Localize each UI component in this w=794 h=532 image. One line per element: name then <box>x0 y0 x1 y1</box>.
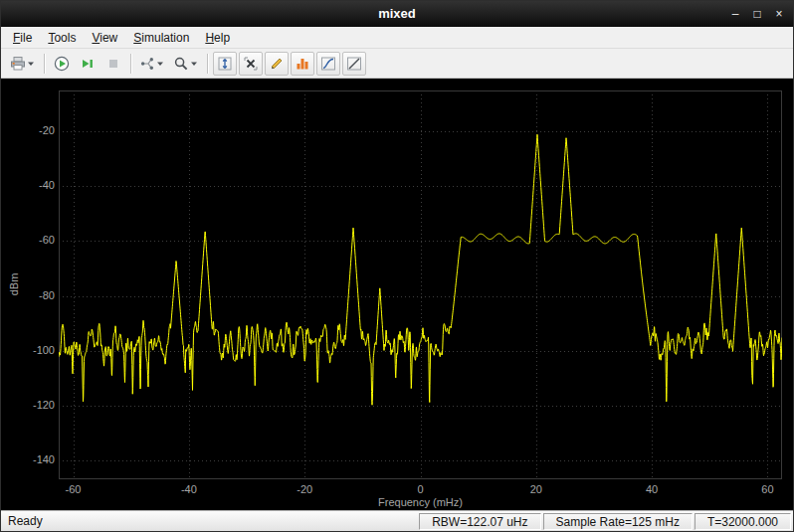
time-indicator: T=32000.000 <box>695 513 791 530</box>
y-tick-label: -100 <box>17 344 55 357</box>
menu-view[interactable]: View <box>84 29 125 47</box>
simulation-source-button[interactable] <box>136 52 168 76</box>
minimize-button[interactable]: – <box>725 5 745 23</box>
titlebar[interactable]: mixed – □ × <box>1 1 793 27</box>
x-tick-label: 0 <box>417 483 423 496</box>
x-tick-label: 20 <box>530 483 542 496</box>
signal-flow-icon <box>139 56 155 72</box>
menu-tools[interactable]: Tools <box>40 29 84 47</box>
menu-file[interactable]: File <box>5 29 40 47</box>
zoom-icon <box>173 56 189 72</box>
rbw-indicator: RBW=122.07 uHz <box>419 513 540 530</box>
printer-icon <box>10 56 26 72</box>
stop-button[interactable] <box>101 52 125 76</box>
spectrum-analyzer-window: mixed – □ × FileToolsViewSimulationHelp … <box>0 0 794 532</box>
toolbar <box>1 49 793 79</box>
x-tick-label: 40 <box>646 483 658 496</box>
run-icon <box>54 56 70 72</box>
distortion-icon <box>295 56 310 72</box>
step-forward-icon <box>80 56 96 72</box>
toolbar-separator <box>44 54 45 74</box>
y-tick-label: -120 <box>17 399 55 412</box>
x-tick-label: 60 <box>761 483 773 496</box>
ccdf-icon <box>320 56 336 72</box>
spectrum-plot-canvas[interactable] <box>59 90 782 479</box>
stop-icon <box>105 56 121 72</box>
cursor-measurements-button[interactable] <box>239 52 263 76</box>
x-axis-label: Frequency (mHz) <box>59 496 782 508</box>
caret-down-icon <box>190 60 199 68</box>
statusbar: Ready RBW=122.07 uHz Sample Rate=125 mHz… <box>1 510 793 531</box>
toolbar-separator <box>207 54 208 74</box>
menubar: FileToolsViewSimulationHelp <box>1 27 793 49</box>
autoscale-icon <box>217 56 233 72</box>
caret-down-icon <box>27 60 36 68</box>
y-tick-label: -140 <box>17 453 55 466</box>
peak-finder-button[interactable] <box>265 52 289 76</box>
plot-region: dBm Frequency (mHz) -60-40-200204060-20-… <box>1 79 793 510</box>
spectral-mask-icon <box>346 56 362 72</box>
status-text: Ready <box>8 514 43 528</box>
print-button[interactable] <box>7 52 39 76</box>
close-button[interactable]: × <box>769 5 789 23</box>
spectral-mask-button[interactable] <box>342 52 366 76</box>
window-controls: – □ × <box>725 1 789 27</box>
peak-finder-icon <box>269 56 285 72</box>
ccdf-measurements-button[interactable] <box>316 52 340 76</box>
x-tick-label: -40 <box>181 483 197 496</box>
autoscale-axes-button[interactable] <box>213 52 237 76</box>
y-tick-label: -20 <box>17 124 55 137</box>
y-tick-label: -40 <box>17 179 55 192</box>
caret-down-icon <box>156 60 165 68</box>
maximize-button[interactable]: □ <box>747 5 767 23</box>
zoom-button[interactable] <box>170 52 202 76</box>
run-button[interactable] <box>50 52 74 76</box>
sample-rate-indicator: Sample Rate=125 mHz <box>543 513 693 530</box>
menu-simulation[interactable]: Simulation <box>125 29 197 47</box>
cursor-measure-icon <box>243 56 259 72</box>
menu-help[interactable]: Help <box>197 29 238 47</box>
toolbar-separator <box>130 54 131 74</box>
step-forward-button[interactable] <box>76 52 99 76</box>
y-tick-label: -80 <box>17 289 55 302</box>
x-tick-label: -20 <box>297 483 312 496</box>
y-tick-label: -60 <box>17 234 55 247</box>
window-title: mixed <box>1 1 793 27</box>
distortion-measurements-button[interactable] <box>291 52 314 76</box>
x-tick-label: -60 <box>66 483 82 496</box>
